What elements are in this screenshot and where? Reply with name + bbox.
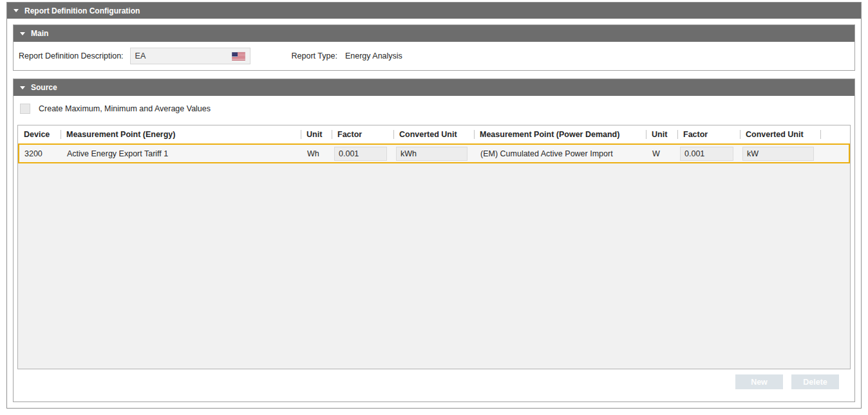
main-section: Main Report Definition Description: EA <box>13 24 855 71</box>
cell-converted-unit-power: kW <box>741 145 822 162</box>
column-header-unit-power[interactable]: Unit <box>646 125 677 143</box>
source-section-header[interactable]: Source <box>14 79 854 96</box>
factor-power-field[interactable]: 0.001 <box>680 147 733 161</box>
us-flag-icon[interactable] <box>232 52 245 60</box>
panel-title: Report Definition Configuration <box>24 6 140 15</box>
converted-unit-power-field[interactable]: kW <box>742 147 814 161</box>
collapse-triangle-icon[interactable] <box>20 86 25 89</box>
column-header-device[interactable]: Device <box>18 125 61 143</box>
main-section-header[interactable]: Main <box>14 25 854 42</box>
factor-energy-field[interactable]: 0.001 <box>334 147 387 161</box>
table-header-row: Device Measurement Point (Energy) Unit F… <box>18 125 850 143</box>
column-header-factor-power[interactable]: Factor <box>677 125 740 143</box>
description-input[interactable]: EA <box>130 48 250 64</box>
new-button[interactable]: New <box>735 374 783 389</box>
table-row-selected[interactable]: 3200 Active Energy Export Tariff 1 Wh 0.… <box>18 143 850 163</box>
min-max-avg-checkbox-row: Create Maximum, Minimum and Average Valu… <box>20 104 854 114</box>
cell-unit-energy: Wh <box>302 145 333 162</box>
measurement-points-table: Device Measurement Point (Energy) Unit F… <box>17 125 851 369</box>
description-value: EA <box>135 51 146 60</box>
source-section: Source Create Maximum, Minimum and Avera… <box>13 78 855 402</box>
cell-converted-unit-energy: kWh <box>395 145 475 162</box>
source-section-title: Source <box>31 83 57 92</box>
column-header-unit-energy[interactable]: Unit <box>301 125 332 143</box>
min-max-avg-checkbox-label: Create Maximum, Minimum and Average Valu… <box>39 104 211 113</box>
table-empty-area <box>18 163 850 369</box>
description-label: Report Definition Description: <box>19 51 124 60</box>
collapse-triangle-icon[interactable] <box>20 32 25 35</box>
column-header-converted-unit-power[interactable]: Converted Unit <box>740 125 820 143</box>
column-header-empty <box>820 125 850 143</box>
min-max-avg-checkbox[interactable] <box>20 104 30 114</box>
column-header-mp-power[interactable]: Measurement Point (Power Demand) <box>474 125 646 143</box>
report-type-value: Energy Analysis <box>345 51 402 60</box>
cell-device: 3200 <box>19 145 62 162</box>
cell-factor-energy: 0.001 <box>333 145 395 162</box>
main-section-title: Main <box>31 29 48 38</box>
cell-unit-power: W <box>647 145 679 162</box>
main-section-content: Report Definition Description: EA <box>14 42 854 70</box>
cell-empty <box>822 145 849 162</box>
report-type-label: Report Type: <box>292 51 337 60</box>
table-button-row: New Delete <box>14 374 854 389</box>
column-header-converted-unit-energy[interactable]: Converted Unit <box>393 125 474 143</box>
panel-content: Main Report Definition Description: EA <box>7 19 861 408</box>
converted-unit-energy-field[interactable]: kWh <box>396 147 467 161</box>
report-definition-configuration-panel: Report Definition Configuration Main Rep… <box>6 2 862 409</box>
collapse-triangle-icon[interactable] <box>14 9 19 12</box>
cell-mp-power: (EM) Cumulated Active Power Import <box>475 145 647 162</box>
column-header-mp-energy[interactable]: Measurement Point (Energy) <box>61 125 301 143</box>
delete-button[interactable]: Delete <box>791 374 839 389</box>
panel-header[interactable]: Report Definition Configuration <box>7 3 861 19</box>
cell-factor-power: 0.001 <box>679 145 741 162</box>
cell-mp-energy: Active Energy Export Tariff 1 <box>62 145 302 162</box>
column-header-factor-energy[interactable]: Factor <box>332 125 393 143</box>
